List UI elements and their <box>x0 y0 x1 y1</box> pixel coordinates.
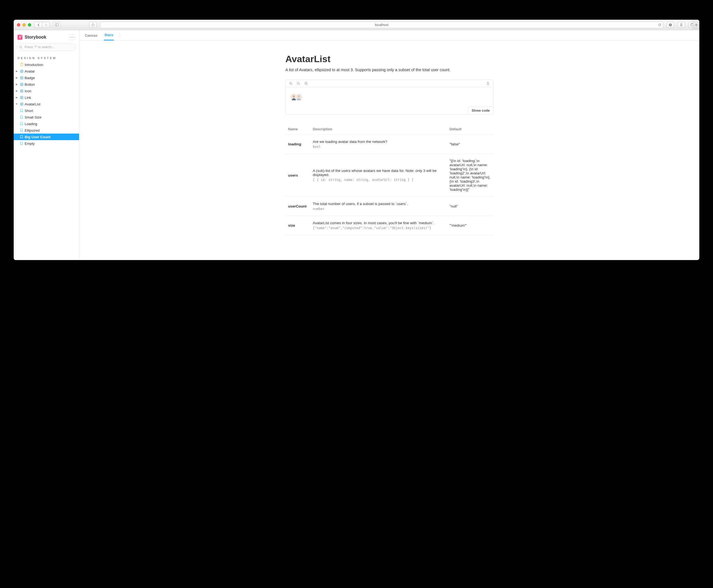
search-input[interactable]: Press "/" to search... <box>16 43 76 51</box>
story-icon <box>20 135 23 139</box>
prop-default: "[{\n id: 'loading',\n avatarUrl: null,\… <box>447 154 493 197</box>
zoom-in-icon[interactable] <box>289 82 293 85</box>
nav-forward-button[interactable] <box>42 22 50 28</box>
story-icon <box>20 142 23 145</box>
downloads-button[interactable] <box>667 22 674 28</box>
reload-icon[interactable] <box>658 23 661 26</box>
main-panel: Canvas Docs AvatarList A list of Avatars… <box>79 30 699 260</box>
search-icon <box>19 46 22 49</box>
sidebar-item-button[interactable]: ▶ Button <box>14 81 79 88</box>
sidebar-item-label: AvatarList <box>25 102 41 106</box>
component-icon <box>20 96 23 99</box>
sidebar-item-label: Loading <box>25 122 37 126</box>
sidebar-item-label: Big User Count <box>25 135 51 139</box>
story-icon <box>20 122 23 125</box>
svg-rect-0 <box>55 24 59 26</box>
prop-description: A (sub)-list of the users whose avatars … <box>310 154 447 197</box>
component-icon <box>20 70 23 73</box>
prop-default: "false" <box>447 135 493 154</box>
show-code-button[interactable]: Show code <box>468 107 493 114</box>
props-header-default: Default <box>447 124 493 135</box>
story-preview: Show code <box>285 80 493 114</box>
sidebar-item-short[interactable]: Short <box>14 107 79 114</box>
sidebar-item-label: Avatar <box>25 69 35 74</box>
tab-canvas[interactable]: Canvas <box>84 31 98 40</box>
svg-line-34 <box>307 84 307 85</box>
prop-name: userCount <box>285 197 310 216</box>
sidebar-item-label: Link <box>25 96 31 100</box>
zoom-reset-icon[interactable] <box>304 82 308 85</box>
svg-line-7 <box>21 48 22 48</box>
chevron-right-icon: ▶ <box>15 83 19 86</box>
prop-description: Are we loading avatar data from the netw… <box>310 135 447 154</box>
sidebar-item-link[interactable]: ▶ Link <box>14 94 79 101</box>
minimize-window-button[interactable] <box>22 23 26 26</box>
prop-name: size <box>285 216 310 235</box>
sidebar-item-introduction[interactable]: Introduction <box>14 61 79 68</box>
new-tab-button[interactable] <box>693 20 699 30</box>
prop-description: AvatarList comes in four sizes. In most … <box>310 216 447 235</box>
story-icon <box>20 109 23 112</box>
svg-point-38 <box>298 95 300 98</box>
doc-description: A list of Avatars, ellipsized to at most… <box>285 68 493 72</box>
sidebar-item-icon[interactable]: ▶ Icon <box>14 88 79 94</box>
sidebar-item-big-user-count[interactable]: Big User Count <box>14 133 79 140</box>
sidebar-item-loading[interactable]: Loading <box>14 121 79 127</box>
props-row: size AvatarList comes in four sizes. In … <box>285 216 493 235</box>
component-icon <box>20 83 23 86</box>
prop-default: "null" <box>447 197 493 216</box>
sidebar-item-empty[interactable]: Empty <box>14 140 79 147</box>
prop-description: The total number of users, if a subset i… <box>310 197 447 216</box>
props-row: userCount The total number of users, if … <box>285 197 493 216</box>
prop-default: "'medium'" <box>447 216 493 235</box>
sidebar-item-small-size[interactable]: Small Size <box>14 114 79 121</box>
chevron-right-icon: ▶ <box>15 96 19 99</box>
tabs-separator <box>120 33 120 38</box>
close-window-button[interactable] <box>17 23 20 26</box>
nav-back-button[interactable] <box>35 22 42 28</box>
chevron-down-icon: ▼ <box>15 103 19 105</box>
reader-button[interactable] <box>89 22 97 28</box>
open-external-icon[interactable] <box>486 82 490 85</box>
document-icon <box>20 63 23 66</box>
sidebar-item-label: Short <box>25 109 33 113</box>
zoom-out-icon[interactable] <box>297 82 300 85</box>
sidebar-item-avatar[interactable]: ▶ Avatar <box>14 68 79 75</box>
share-button[interactable] <box>677 22 685 28</box>
story-icon <box>20 129 23 132</box>
sidebar-item-ellipsized[interactable]: Ellipsized <box>14 127 79 133</box>
panel-tabs: Canvas Docs <box>79 30 699 41</box>
sidebar: S Storybook ⋯ Press "/" to search... DES… <box>14 30 79 260</box>
sidebar-item-label: Introduction <box>25 63 43 67</box>
sidebar-item-label: Badge <box>25 76 35 80</box>
sidebar-item-badge[interactable]: ▶ Badge <box>14 75 79 81</box>
story-icon <box>20 115 23 119</box>
browser-chrome: localhost <box>14 20 699 30</box>
sidebar-item-label: Icon <box>25 89 31 93</box>
svg-line-31 <box>299 84 300 85</box>
url-bar[interactable]: localhost <box>100 22 663 28</box>
sidebar-item-label: Small Size <box>25 115 41 119</box>
maximize-window-button[interactable] <box>28 23 31 26</box>
doc-title: AvatarList <box>285 54 493 64</box>
svg-line-27 <box>291 84 292 85</box>
chevron-right-icon: ▶ <box>15 76 19 79</box>
sidebar-item-label: Button <box>25 82 35 86</box>
search-placeholder: Press "/" to search... <box>25 45 55 49</box>
chevron-right-icon: ▶ <box>15 89 19 92</box>
svg-point-36 <box>293 95 295 98</box>
sidebar-menu-button[interactable]: ⋯ <box>69 34 75 41</box>
prop-name: loading <box>285 135 310 154</box>
sidebar-toggle-button[interactable] <box>53 22 61 28</box>
tab-docs[interactable]: Docs <box>104 30 114 41</box>
chevron-right-icon: ▶ <box>15 70 19 72</box>
url-text: localhost <box>375 23 388 27</box>
story-canvas <box>286 87 493 107</box>
sidebar-item-avatarlist[interactable]: ▼ AvatarList <box>14 101 79 107</box>
component-icon <box>20 103 23 106</box>
props-header-name: Name <box>285 124 310 135</box>
avatar <box>295 93 303 101</box>
props-table: Name Description Default loading Are we … <box>285 124 493 235</box>
sidebar-item-label: Ellipsized <box>25 128 40 132</box>
sidebar-item-label: Empty <box>25 142 35 146</box>
